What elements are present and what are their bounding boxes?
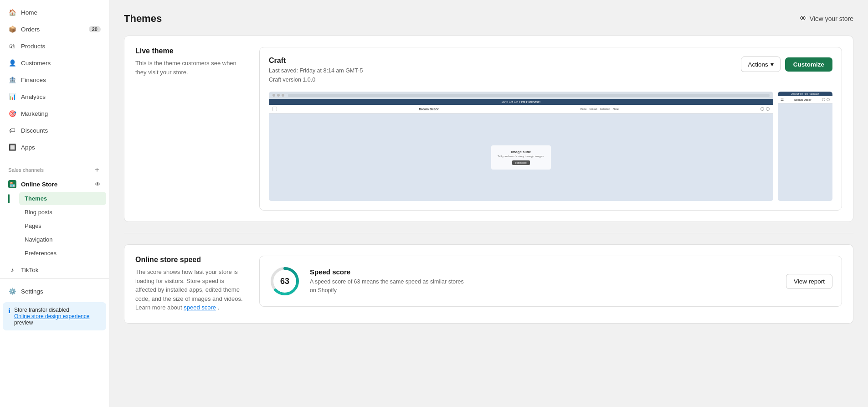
sidebar-item-blog-posts[interactable]: Blog posts <box>19 206 106 219</box>
main-content: Themes 👁 View your store Live theme This… <box>109 0 868 407</box>
sidebar-item-navigation[interactable]: Navigation <box>19 233 106 246</box>
speed-score-label: Speed score <box>310 268 465 276</box>
view-store-link[interactable]: 👁 View your store <box>800 15 853 23</box>
sidebar-item-products[interactable]: 🛍 Products <box>3 38 106 54</box>
desktop-preview: 20% Off On First Purchase! Dream Decor H… <box>269 92 773 201</box>
speed-description: Online store speed The score shows how f… <box>135 256 245 312</box>
speed-score-link[interactable]: speed score <box>184 304 216 311</box>
sidebar-item-marketing[interactable]: 🎯 Marketing <box>3 105 106 122</box>
sidebar-item-label: Customers <box>21 60 51 67</box>
preview-nav: Dream Decor Home Contact Collection Abou… <box>269 105 773 113</box>
mobile-body <box>778 103 832 201</box>
discounts-icon: 🏷 <box>8 126 16 134</box>
speed-card: 63 Speed score A speed score of 63 means… <box>259 256 842 307</box>
tiktok-icon: ♪ <box>8 266 16 274</box>
info-icon: ℹ <box>8 307 10 314</box>
sidebar-item-label: Discounts <box>21 127 48 134</box>
sidebar-item-preferences[interactable]: Preferences <box>19 247 106 260</box>
sidebar-item-online-store[interactable]: 🏪 Online Store 👁 <box>3 177 106 191</box>
speed-section-desc: The score shows how fast your store is l… <box>135 268 245 312</box>
live-theme-row: Live theme This is the theme customers s… <box>135 47 842 211</box>
view-report-button[interactable]: View report <box>786 274 832 289</box>
sidebar-item-label: Finances <box>21 77 46 83</box>
customers-icon: 👤 <box>8 59 16 67</box>
speed-row: Online store speed The score shows how f… <box>135 256 842 312</box>
store-transfer-text: Store transfer disabled Online store des… <box>14 307 101 326</box>
tiktok-label: TikTok <box>21 267 39 273</box>
products-icon: 🛍 <box>8 42 16 50</box>
page-title: Themes <box>124 13 162 25</box>
store-transfer-link[interactable]: Online store design experience <box>14 313 89 319</box>
sidebar-item-finances[interactable]: 🏦 Finances <box>3 72 106 88</box>
sidebar-item-label: Products <box>21 43 45 50</box>
analytics-icon: 📊 <box>8 93 16 101</box>
settings-icon: ⚙️ <box>8 287 16 295</box>
sidebar-item-apps[interactable]: 🔲 Apps <box>3 139 106 155</box>
add-sales-channel-icon[interactable]: ＋ <box>93 165 101 175</box>
sidebar-item-tiktok[interactable]: ♪ TikTok <box>3 262 106 278</box>
speed-gauge: 63 <box>269 265 301 297</box>
theme-action-buttons: Actions ▾ Customize <box>741 57 832 72</box>
theme-meta: Last saved: Friday at 8:14 am GMT-5 Craf… <box>269 66 363 84</box>
finances-icon: 🏦 <box>8 76 16 84</box>
speed-number: 63 <box>280 277 289 286</box>
view-store-label: View your store <box>810 15 853 22</box>
sidebar-item-home[interactable]: 🏠 Home <box>3 4 106 21</box>
preview-banner: 20% Off On First Purchase! <box>269 99 773 105</box>
settings-label: Settings <box>21 288 43 295</box>
theme-preview: 20% Off On First Purchase! Dream Decor H… <box>269 92 832 201</box>
sidebar-item-label: Apps <box>21 144 35 151</box>
speed-text: Speed score A speed score of 63 means th… <box>310 268 465 295</box>
sidebar-item-customers[interactable]: 👤 Customers <box>3 55 106 71</box>
sidebar-item-label: Home <box>21 9 37 16</box>
home-icon: 🏠 <box>8 8 16 16</box>
sub-navigation: Themes Blog posts Pages Navigation Prefe… <box>0 192 109 260</box>
speed-score-desc: A speed score of 63 means the same speed… <box>310 278 465 295</box>
actions-button[interactable]: Actions ▾ <box>741 57 780 72</box>
marketing-icon: 🎯 <box>8 109 16 118</box>
page-header: Themes 👁 View your store <box>124 13 853 25</box>
sidebar-item-settings[interactable]: ⚙️ Settings <box>3 283 106 299</box>
theme-name: Craft <box>269 57 363 65</box>
sidebar-item-analytics[interactable]: 📊 Analytics <box>3 88 106 105</box>
store-transfer-banner: ℹ Store transfer disabled Online store d… <box>3 302 106 330</box>
sales-channels-label: Sales channels ＋ <box>0 160 109 176</box>
sidebar-item-themes[interactable]: Themes <box>19 192 106 205</box>
theme-card-header: Craft Last saved: Friday at 8:14 am GMT-… <box>269 57 832 84</box>
speed-section-title: Online store speed <box>135 256 245 264</box>
sidebar-item-discounts[interactable]: 🏷 Discounts <box>3 122 106 139</box>
sidebar-item-label: Marketing <box>21 110 48 117</box>
live-theme-title: Live theme <box>135 47 245 55</box>
sidebar-item-label: Orders <box>21 26 40 33</box>
mobile-banner: 20% Off On First Purchase! <box>778 92 832 96</box>
customize-button[interactable]: Customize <box>785 57 832 72</box>
preview-eye-icon[interactable]: 👁 <box>95 181 101 188</box>
theme-info: Craft Last saved: Friday at 8:14 am GMT-… <box>269 57 363 84</box>
eye-icon: 👁 <box>800 15 807 23</box>
apps-icon: 🔲 <box>8 143 16 151</box>
sidebar-item-orders[interactable]: 📦 Orders 20 <box>3 21 106 37</box>
section-divider <box>124 233 853 233</box>
browser-bar <box>269 92 773 99</box>
speed-section: Online store speed The score shows how f… <box>124 244 853 324</box>
live-theme-description: Live theme This is the theme customers s… <box>135 47 245 77</box>
online-store-icon: 🏪 <box>8 180 16 188</box>
sidebar: 🏠 Home 📦 Orders 20 🛍 Products 👤 Customer… <box>0 0 109 407</box>
live-theme-desc: This is the theme customers see when the… <box>135 59 245 77</box>
sidebar-item-label: Analytics <box>21 93 46 100</box>
chevron-down-icon: ▾ <box>770 61 774 68</box>
sidebar-item-pages[interactable]: Pages <box>19 219 106 232</box>
live-theme-section: Live theme This is the theme customers s… <box>124 36 853 222</box>
themes-label: Themes <box>25 195 47 202</box>
speed-info: 63 Speed score A speed score of 63 means… <box>269 265 465 297</box>
orders-icon: 📦 <box>8 25 16 33</box>
theme-card: Craft Last saved: Friday at 8:14 am GMT-… <box>259 47 842 211</box>
mobile-preview: 20% Off On First Purchase! ☰ Dream Decor <box>778 92 832 201</box>
orders-badge: 20 <box>89 26 101 32</box>
preview-hero: Image slide Tell your brand's story thro… <box>269 113 773 201</box>
mobile-nav: ☰ Dream Decor <box>778 96 832 103</box>
online-store-label: Online Store <box>21 181 90 188</box>
